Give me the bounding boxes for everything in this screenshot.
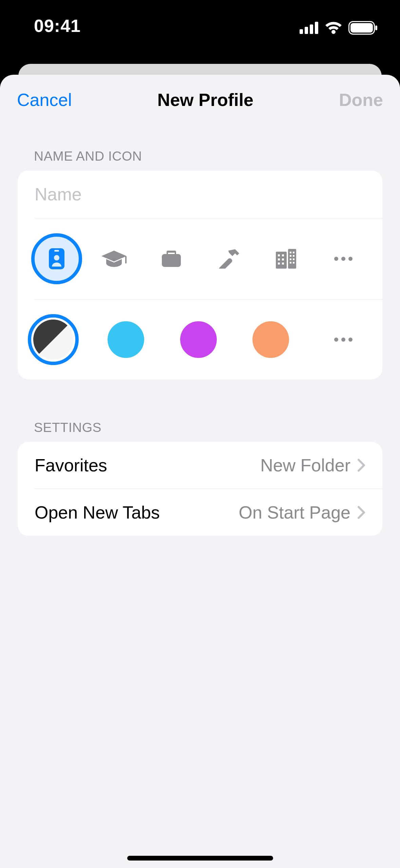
svg-rect-22 <box>293 252 294 253</box>
section-header-settings: SETTINGS <box>34 420 366 435</box>
profile-icon-building[interactable] <box>261 233 311 284</box>
svg-rect-19 <box>278 263 280 265</box>
svg-rect-20 <box>282 263 284 265</box>
svg-point-30 <box>341 257 345 261</box>
color-orange[interactable] <box>245 314 296 365</box>
building-icon <box>275 249 297 269</box>
profile-icon-graduation-cap[interactable] <box>89 233 139 284</box>
favorites-value: New Folder <box>260 455 350 475</box>
svg-rect-1 <box>305 27 308 34</box>
svg-rect-23 <box>290 255 291 257</box>
svg-rect-17 <box>278 258 280 260</box>
svg-rect-16 <box>282 254 284 256</box>
svg-rect-14 <box>288 249 296 269</box>
svg-rect-11 <box>162 254 181 267</box>
svg-rect-0 <box>300 29 303 34</box>
svg-rect-3 <box>315 22 318 34</box>
svg-rect-10 <box>125 256 127 264</box>
name-icon-card <box>18 170 382 379</box>
svg-rect-26 <box>293 258 294 260</box>
settings-card: Favorites New Folder Open New Tabs On St… <box>18 442 382 536</box>
svg-rect-18 <box>282 258 284 260</box>
section-header-name-icon: NAME AND ICON <box>34 149 366 164</box>
row-tail: On Start Page <box>239 502 365 523</box>
color-swatch-icon <box>108 321 144 358</box>
profile-icon-briefcase[interactable] <box>146 233 197 284</box>
new-profile-sheet: Cancel New Profile Done NAME AND ICON <box>0 75 400 868</box>
svg-rect-2 <box>310 24 313 34</box>
ellipsis-icon <box>334 337 353 342</box>
status-time: 09:41 <box>34 16 81 36</box>
wifi-icon <box>325 21 342 34</box>
profile-icon-id-card[interactable] <box>31 233 82 284</box>
briefcase-icon <box>161 250 182 268</box>
svg-point-36 <box>348 338 353 342</box>
sheet-title: New Profile <box>157 90 253 110</box>
more-icons-button[interactable] <box>318 233 369 284</box>
auto-color-swatch-icon <box>33 320 73 360</box>
cancel-button[interactable]: Cancel <box>17 90 72 110</box>
favorites-label: Favorites <box>35 455 107 475</box>
color-purple[interactable] <box>173 314 224 365</box>
open-new-tabs-value: On Start Page <box>239 502 350 523</box>
svg-point-35 <box>341 338 345 342</box>
svg-rect-8 <box>54 250 59 252</box>
svg-point-31 <box>348 257 353 261</box>
profile-name-input[interactable] <box>35 170 365 218</box>
color-picker-row <box>18 300 382 379</box>
color-swatch-icon <box>180 321 217 358</box>
graduation-cap-icon <box>101 250 127 268</box>
svg-point-34 <box>334 338 338 342</box>
status-bar: 09:41 <box>0 0 400 37</box>
sheet-header: Cancel New Profile Done <box>0 75 400 119</box>
cellular-icon <box>300 22 319 34</box>
more-colors-button[interactable] <box>318 337 369 342</box>
svg-rect-27 <box>290 262 291 264</box>
svg-rect-24 <box>293 255 294 257</box>
open-new-tabs-row[interactable]: Open New Tabs On Start Page <box>18 489 382 536</box>
done-button[interactable]: Done <box>339 90 383 110</box>
open-new-tabs-label: Open New Tabs <box>35 502 160 523</box>
color-blue[interactable] <box>100 314 151 365</box>
svg-rect-6 <box>375 25 377 30</box>
svg-rect-21 <box>290 252 291 253</box>
name-input-row <box>18 170 382 218</box>
icon-picker-row <box>18 218 382 299</box>
svg-rect-12 <box>218 257 233 269</box>
svg-point-9 <box>54 255 59 260</box>
svg-rect-15 <box>278 254 280 256</box>
ellipsis-icon <box>334 256 353 261</box>
chevron-right-icon <box>357 506 365 519</box>
svg-rect-13 <box>276 252 287 269</box>
profile-icon-hammer[interactable] <box>203 233 254 284</box>
svg-rect-28 <box>293 262 294 264</box>
home-indicator <box>127 856 273 861</box>
chevron-right-icon <box>357 458 365 472</box>
color-swatch-icon <box>252 321 289 358</box>
row-tail: New Folder <box>260 455 365 475</box>
color-auto-bw[interactable] <box>28 314 79 365</box>
svg-rect-25 <box>290 258 291 260</box>
status-indicators <box>300 21 378 35</box>
favorites-row[interactable]: Favorites New Folder <box>18 442 382 489</box>
battery-icon <box>348 21 378 35</box>
svg-rect-5 <box>350 23 373 33</box>
hammer-icon <box>217 249 240 269</box>
svg-point-29 <box>334 257 338 261</box>
id-card-icon <box>49 248 64 269</box>
